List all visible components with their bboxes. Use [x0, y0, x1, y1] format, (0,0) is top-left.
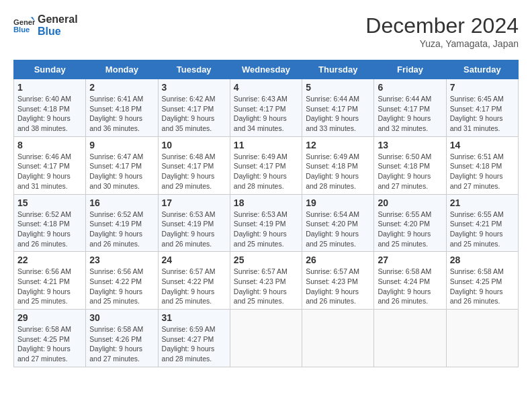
- day-number: 3: [162, 82, 226, 93]
- day-number: 2: [89, 82, 154, 93]
- day-number: 9: [89, 140, 154, 150]
- calendar-cell: 15 Sunrise: 6:52 AMSunset: 4:18 PMDaylig…: [14, 194, 86, 252]
- day-info: Sunrise: 6:58 AMSunset: 4:25 PMDaylight:…: [450, 267, 515, 306]
- weekday-header-wednesday: Wednesday: [230, 60, 302, 79]
- calendar-cell: 25 Sunrise: 6:57 AMSunset: 4:23 PMDaylig…: [230, 252, 302, 310]
- day-info: Sunrise: 6:55 AMSunset: 4:20 PMDaylight:…: [378, 210, 442, 249]
- calendar-cell: 29 Sunrise: 6:58 AMSunset: 4:25 PMDaylig…: [14, 310, 86, 367]
- day-info: Sunrise: 6:58 AMSunset: 4:25 PMDaylight:…: [17, 324, 82, 364]
- day-info: Sunrise: 6:43 AMSunset: 4:17 PMDaylight:…: [234, 94, 298, 134]
- month-title: December 2024: [365, 13, 519, 38]
- day-info: Sunrise: 6:51 AMSunset: 4:18 PMDaylight:…: [450, 152, 515, 191]
- logo-icon: General Blue: [13, 16, 35, 35]
- day-info: Sunrise: 6:53 AMSunset: 4:19 PMDaylight:…: [234, 210, 298, 249]
- day-number: 31: [162, 312, 226, 323]
- day-info: Sunrise: 6:57 AMSunset: 4:23 PMDaylight:…: [306, 267, 370, 306]
- day-info: Sunrise: 6:42 AMSunset: 4:17 PMDaylight:…: [162, 94, 226, 134]
- day-info: Sunrise: 6:52 AMSunset: 4:18 PMDaylight:…: [17, 210, 82, 249]
- day-number: 18: [234, 197, 298, 208]
- calendar-cell: 6 Sunrise: 6:44 AMSunset: 4:17 PMDayligh…: [374, 79, 446, 137]
- day-number: 10: [162, 140, 226, 150]
- weekday-header-sunday: Sunday: [14, 60, 86, 79]
- calendar-cell: 27 Sunrise: 6:58 AMSunset: 4:24 PMDaylig…: [374, 252, 446, 310]
- weekday-header-thursday: Thursday: [302, 60, 374, 79]
- calendar-cell: 22 Sunrise: 6:56 AMSunset: 4:21 PMDaylig…: [14, 252, 86, 310]
- calendar-cell: 14 Sunrise: 6:51 AMSunset: 4:18 PMDaylig…: [446, 136, 518, 194]
- day-info: Sunrise: 6:50 AMSunset: 4:18 PMDaylight:…: [378, 152, 442, 191]
- calendar-cell: 7 Sunrise: 6:45 AMSunset: 4:17 PMDayligh…: [446, 79, 518, 137]
- calendar-cell: [230, 310, 302, 367]
- day-info: Sunrise: 6:56 AMSunset: 4:22 PMDaylight:…: [89, 267, 154, 306]
- day-info: Sunrise: 6:49 AMSunset: 4:18 PMDaylight:…: [306, 152, 370, 191]
- title-block: December 2024 Yuza, Yamagata, Japan: [365, 13, 519, 49]
- day-info: Sunrise: 6:57 AMSunset: 4:22 PMDaylight:…: [162, 267, 226, 306]
- day-number: 25: [234, 255, 298, 265]
- day-number: 28: [450, 255, 515, 265]
- calendar-cell: 13 Sunrise: 6:50 AMSunset: 4:18 PMDaylig…: [374, 136, 446, 194]
- calendar-table: SundayMondayTuesdayWednesdayThursdayFrid…: [13, 60, 519, 367]
- day-number: 29: [17, 312, 82, 323]
- day-info: Sunrise: 6:55 AMSunset: 4:21 PMDaylight:…: [450, 210, 515, 249]
- weekday-header-tuesday: Tuesday: [158, 60, 230, 79]
- day-number: 15: [17, 197, 82, 208]
- day-number: 4: [234, 82, 298, 93]
- day-number: 7: [450, 82, 515, 93]
- location: Yuza, Yamagata, Japan: [365, 38, 519, 49]
- day-info: Sunrise: 6:46 AMSunset: 4:17 PMDaylight:…: [17, 152, 82, 191]
- day-number: 21: [450, 197, 515, 208]
- calendar-cell: 17 Sunrise: 6:53 AMSunset: 4:19 PMDaylig…: [158, 194, 230, 252]
- calendar-cell: 12 Sunrise: 6:49 AMSunset: 4:18 PMDaylig…: [302, 136, 374, 194]
- day-info: Sunrise: 6:48 AMSunset: 4:17 PMDaylight:…: [162, 152, 226, 191]
- calendar-cell: [446, 310, 518, 367]
- day-info: Sunrise: 6:56 AMSunset: 4:21 PMDaylight:…: [17, 267, 82, 306]
- calendar-cell: 8 Sunrise: 6:46 AMSunset: 4:17 PMDayligh…: [14, 136, 86, 194]
- calendar-cell: 3 Sunrise: 6:42 AMSunset: 4:17 PMDayligh…: [158, 79, 230, 137]
- day-number: 13: [378, 140, 442, 150]
- calendar-cell: 28 Sunrise: 6:58 AMSunset: 4:25 PMDaylig…: [446, 252, 518, 310]
- day-number: 8: [17, 140, 82, 150]
- day-info: Sunrise: 6:44 AMSunset: 4:17 PMDaylight:…: [306, 94, 370, 134]
- weekday-header-monday: Monday: [86, 60, 158, 79]
- calendar-cell: 4 Sunrise: 6:43 AMSunset: 4:17 PMDayligh…: [230, 79, 302, 137]
- day-info: Sunrise: 6:53 AMSunset: 4:19 PMDaylight:…: [162, 210, 226, 249]
- svg-text:General: General: [13, 17, 35, 26]
- calendar-cell: 1 Sunrise: 6:40 AMSunset: 4:18 PMDayligh…: [14, 79, 86, 137]
- day-info: Sunrise: 6:40 AMSunset: 4:18 PMDaylight:…: [17, 94, 82, 134]
- day-info: Sunrise: 6:57 AMSunset: 4:23 PMDaylight:…: [234, 267, 298, 306]
- day-number: 24: [162, 255, 226, 265]
- calendar-cell: 19 Sunrise: 6:54 AMSunset: 4:20 PMDaylig…: [302, 194, 374, 252]
- day-number: 30: [89, 312, 154, 323]
- day-number: 1: [17, 82, 82, 93]
- day-number: 22: [17, 255, 82, 265]
- day-number: 26: [306, 255, 370, 265]
- calendar-cell: 23 Sunrise: 6:56 AMSunset: 4:22 PMDaylig…: [86, 252, 158, 310]
- day-number: 23: [89, 255, 154, 265]
- calendar-cell: 24 Sunrise: 6:57 AMSunset: 4:22 PMDaylig…: [158, 252, 230, 310]
- day-number: 20: [378, 197, 442, 208]
- day-info: Sunrise: 6:47 AMSunset: 4:17 PMDaylight:…: [89, 152, 154, 191]
- calendar-cell: 16 Sunrise: 6:52 AMSunset: 4:19 PMDaylig…: [86, 194, 158, 252]
- logo: General Blue General Blue: [13, 13, 78, 37]
- day-number: 5: [306, 82, 370, 93]
- day-number: 16: [89, 197, 154, 208]
- day-number: 6: [378, 82, 442, 93]
- calendar-cell: [302, 310, 374, 367]
- day-info: Sunrise: 6:59 AMSunset: 4:27 PMDaylight:…: [162, 324, 226, 364]
- day-info: Sunrise: 6:52 AMSunset: 4:19 PMDaylight:…: [89, 210, 154, 249]
- weekday-header-friday: Friday: [374, 60, 446, 79]
- calendar-cell: 9 Sunrise: 6:47 AMSunset: 4:17 PMDayligh…: [86, 136, 158, 194]
- calendar-cell: 18 Sunrise: 6:53 AMSunset: 4:19 PMDaylig…: [230, 194, 302, 252]
- calendar-cell: 21 Sunrise: 6:55 AMSunset: 4:21 PMDaylig…: [446, 194, 518, 252]
- day-number: 14: [450, 140, 515, 150]
- day-number: 17: [162, 197, 226, 208]
- calendar-cell: 31 Sunrise: 6:59 AMSunset: 4:27 PMDaylig…: [158, 310, 230, 367]
- day-info: Sunrise: 6:41 AMSunset: 4:18 PMDaylight:…: [89, 94, 154, 134]
- calendar-cell: 26 Sunrise: 6:57 AMSunset: 4:23 PMDaylig…: [302, 252, 374, 310]
- calendar-cell: [374, 310, 446, 367]
- calendar-cell: 11 Sunrise: 6:49 AMSunset: 4:17 PMDaylig…: [230, 136, 302, 194]
- page-header: General Blue General Blue December 2024 …: [13, 13, 519, 49]
- calendar-cell: 2 Sunrise: 6:41 AMSunset: 4:18 PMDayligh…: [86, 79, 158, 137]
- day-info: Sunrise: 6:45 AMSunset: 4:17 PMDaylight:…: [450, 94, 515, 134]
- calendar-cell: 30 Sunrise: 6:58 AMSunset: 4:26 PMDaylig…: [86, 310, 158, 367]
- day-info: Sunrise: 6:49 AMSunset: 4:17 PMDaylight:…: [234, 152, 298, 191]
